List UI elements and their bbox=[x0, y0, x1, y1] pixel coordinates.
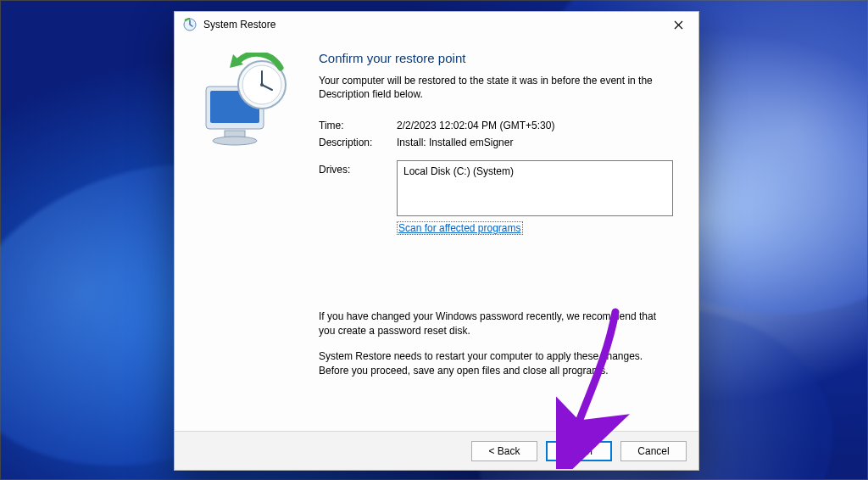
wizard-left-pane bbox=[175, 37, 319, 431]
svg-point-10 bbox=[260, 83, 264, 87]
time-value: 2/2/2023 12:02:04 PM (GMT+5:30) bbox=[397, 120, 675, 131]
system-restore-window: System Restore bbox=[174, 11, 699, 471]
time-label: Time: bbox=[319, 120, 397, 131]
system-restore-icon bbox=[183, 18, 197, 31]
finish-button[interactable]: Finish bbox=[546, 441, 612, 461]
close-icon bbox=[674, 20, 683, 30]
titlebar[interactable]: System Restore bbox=[175, 12, 698, 37]
desktop-wallpaper: System Restore bbox=[0, 0, 868, 480]
svg-point-5 bbox=[213, 137, 257, 145]
description-value: Install: Installed emSigner bbox=[397, 137, 675, 148]
description-row: Description: Install: Installed emSigner bbox=[319, 137, 675, 148]
close-button[interactable] bbox=[661, 14, 695, 36]
drives-listbox[interactable]: Local Disk (C:) (System) bbox=[397, 160, 673, 216]
wizard-footer: < Back Finish Cancel bbox=[175, 431, 698, 470]
cancel-button[interactable]: Cancel bbox=[620, 441, 687, 461]
description-label: Description: bbox=[319, 137, 397, 148]
scan-affected-programs-link[interactable]: Scan for affected programs bbox=[397, 221, 523, 235]
notices: If you have changed your Windows passwor… bbox=[319, 310, 675, 377]
wizard-content-pane: Confirm your restore point Your computer… bbox=[319, 37, 698, 431]
restart-notice: System Restore needs to restart your com… bbox=[319, 349, 675, 377]
intro-text: Your computer will be restored to the st… bbox=[319, 74, 675, 101]
password-notice: If you have changed your Windows passwor… bbox=[319, 310, 675, 338]
back-button[interactable]: < Back bbox=[471, 441, 537, 461]
window-body: Confirm your restore point Your computer… bbox=[175, 37, 698, 431]
drives-row: Drives: Local Disk (C:) (System) bbox=[319, 160, 675, 216]
restore-graphic-icon bbox=[196, 53, 298, 154]
window-title: System Restore bbox=[203, 19, 275, 31]
drives-value: Local Disk (C:) (System) bbox=[403, 165, 514, 177]
page-heading: Confirm your restore point bbox=[319, 51, 675, 65]
time-row: Time: 2/2/2023 12:02:04 PM (GMT+5:30) bbox=[319, 120, 675, 131]
drives-label: Drives: bbox=[319, 160, 397, 216]
